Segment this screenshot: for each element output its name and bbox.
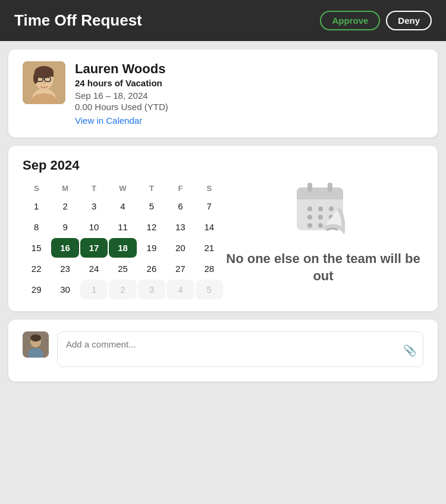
employee-info-card: Lauren Woods 24 hours of Vacation Sep 16… [8,49,438,137]
comment-input-wrapper: 📎 [57,331,423,370]
cal-day-8: 8 [23,217,50,237]
cal-day-18: 18 [109,238,136,258]
employee-avatar [23,61,65,104]
cal-day-oct-4: 4 [167,280,194,299]
svg-point-18 [329,206,334,211]
cal-day-20: 20 [167,238,194,258]
day-header-m: M [51,181,78,195]
cal-day-28: 28 [196,259,223,278]
vacation-dates: Sep 16 – 18, 2024 [75,90,168,101]
cal-day-29: 29 [23,280,50,299]
cal-day-7: 7 [196,196,223,216]
svg-point-19 [307,215,312,220]
cal-day-6: 6 [167,196,194,216]
comment-card: 📎 [8,320,438,381]
commenter-avatar [23,331,49,358]
calendar-section: Sep 2024 S M T W T F S 1 2 3 4 5 6 7 8 [23,158,223,299]
cal-day-oct-2: 2 [109,280,136,299]
page-title: Time Off Request [14,11,142,30]
paperclip-icon: 📎 [403,344,416,357]
cal-day-oct-1: 1 [80,280,108,299]
cal-day-22: 22 [23,259,50,278]
cal-day-26: 26 [138,259,165,278]
cal-day-25: 25 [109,259,136,278]
cal-day-16: 16 [51,238,78,258]
svg-point-16 [307,206,312,211]
calendar-month-label: Sep 2024 [23,158,223,173]
cal-day-oct-5: 5 [196,280,223,299]
cal-day-27: 27 [167,259,194,278]
employee-row: Lauren Woods 24 hours of Vacation Sep 16… [23,61,423,126]
vacation-hours: 24 hours of Vacation [75,78,168,88]
day-header-s1: S [23,181,50,195]
day-header-s2: S [196,181,223,195]
view-calendar-link[interactable]: View in Calendar [75,115,168,126]
svg-point-20 [318,215,323,220]
cal-day-30: 30 [51,280,78,299]
comment-row: 📎 [23,331,423,370]
cal-day-13: 13 [167,217,194,237]
cal-day-2: 2 [51,196,78,216]
cal-day-1: 1 [23,196,50,216]
cal-day-15: 15 [23,238,50,258]
day-header-f: F [167,181,194,195]
svg-rect-15 [328,183,332,192]
cal-day-5: 5 [138,196,165,216]
calendar-icon [291,176,356,241]
approve-button[interactable]: Approve [320,11,380,30]
cal-day-17: 17 [80,238,108,258]
cal-day-19: 19 [138,238,165,258]
svg-point-23 [318,223,323,228]
calendar-conflict-card: Sep 2024 S M T W T F S 1 2 3 4 5 6 7 8 [8,146,438,311]
employee-name: Lauren Woods [75,61,168,77]
cal-day-14: 14 [196,217,223,237]
cal-day-12: 12 [138,217,165,237]
cal-day-10: 10 [80,217,108,237]
conflict-section: No one else on the team will be out [223,158,423,284]
day-header-w: W [109,181,136,195]
cal-day-24: 24 [80,259,108,278]
header: Time Off Request Approve Deny [0,0,446,41]
employee-details: Lauren Woods 24 hours of Vacation Sep 16… [75,61,168,126]
svg-point-17 [318,206,323,211]
deny-button[interactable]: Deny [386,11,432,30]
cal-day-9: 9 [51,217,78,237]
svg-point-10 [43,83,45,84]
calendar-grid: S M T W T F S 1 2 3 4 5 6 7 8 9 10 11 [23,181,223,299]
svg-rect-14 [307,183,312,192]
cal-day-11: 11 [109,217,136,237]
cal-day-4: 4 [109,196,136,216]
no-conflict-message: No one else on the team will be out [223,251,423,284]
cal-day-23: 23 [51,259,78,278]
day-header-t1: T [80,181,108,195]
cal-day-3: 3 [80,196,108,216]
day-header-t2: T [138,181,165,195]
svg-rect-13 [297,193,343,199]
svg-point-26 [30,334,41,342]
header-actions: Approve Deny [320,11,432,30]
cal-day-oct-3: 3 [138,280,165,299]
calendar-conflict-row: Sep 2024 S M T W T F S 1 2 3 4 5 6 7 8 [23,158,423,299]
svg-point-22 [307,223,312,228]
comment-input[interactable] [57,331,423,367]
cal-day-21: 21 [196,238,223,258]
hours-used: 0.00 Hours Used (YTD) [75,102,168,112]
